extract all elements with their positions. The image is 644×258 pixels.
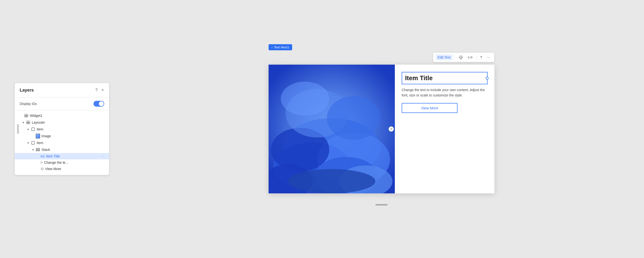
spacer	[36, 154, 40, 158]
toggle-knob	[99, 101, 104, 106]
edit-text-button[interactable]: Edit Text	[436, 54, 452, 60]
layer-item-layouter[interactable]: ▼ Layouter	[15, 119, 109, 126]
spacer	[31, 134, 35, 138]
layer-tree: Widget1 ▼ Layouter ▼ Item	[15, 110, 109, 175]
link-icon-button[interactable]	[466, 55, 474, 60]
layers-title: Layers	[20, 88, 34, 93]
image-icon	[36, 134, 40, 138]
display-ids-row: Display IDs	[15, 98, 109, 110]
layer-item-paragraph[interactable]: P Change the te...	[15, 159, 109, 166]
more-toolbar-button[interactable]: ···	[485, 54, 492, 60]
item-title: Item Title	[405, 74, 484, 82]
spacer	[36, 161, 40, 164]
selection-handle	[486, 77, 488, 80]
layer-item-stack[interactable]: ▼ Stack	[15, 146, 109, 153]
item1-label: Item	[37, 127, 105, 131]
svg-rect-10	[36, 148, 40, 149]
layer-item-image[interactable]: Image	[15, 133, 109, 140]
type-tag-p: P	[40, 161, 43, 164]
svg-marker-13	[459, 56, 462, 59]
item2-label: Item	[37, 141, 105, 145]
spacer	[36, 167, 40, 170]
svg-point-25	[281, 82, 329, 116]
display-ids-label: Display IDs	[20, 102, 37, 106]
view-more-button[interactable]: View More	[402, 103, 458, 113]
body-text: Change the text to include your own cont…	[402, 87, 488, 98]
display-ids-toggle[interactable]	[94, 101, 104, 107]
svg-point-24	[327, 96, 380, 140]
layers-header: Layers ? ×	[15, 83, 109, 98]
svg-rect-11	[36, 149, 40, 150]
svg-rect-5	[28, 121, 30, 122]
close-button[interactable]: ×	[101, 88, 104, 93]
toolbar-divider-1	[454, 55, 455, 60]
edit-toolbar: Edit Text ? ···	[433, 52, 494, 62]
box-icon	[31, 127, 35, 132]
stack-icon	[36, 148, 40, 152]
chevron-down-icon: ▼	[26, 141, 30, 144]
layer-item-widget1[interactable]: Widget1	[15, 112, 109, 119]
widget-icon	[24, 114, 28, 118]
stack-label: Stack	[42, 148, 105, 152]
title-selection-box[interactable]: Item Title	[402, 72, 488, 84]
chevron-down-icon: ▼	[31, 148, 35, 151]
layers-panel: Layers ? × Display IDs Widget1	[14, 83, 109, 175]
breadcrumb-label: Text #text1	[274, 46, 289, 49]
widget-image	[268, 64, 395, 194]
scroll-handle[interactable]	[376, 204, 388, 206]
chevron-down-icon: ▼	[22, 121, 25, 124]
svg-rect-1	[26, 114, 28, 116]
svg-point-22	[288, 169, 376, 194]
view-more-label: View More	[45, 167, 105, 171]
canvas-container: Edit Text ? ··· ‹ Text #text1	[268, 64, 494, 194]
select-icon-button[interactable]	[457, 54, 465, 60]
layer-item-view-more[interactable]: ⊖ View More	[15, 166, 109, 172]
spacer-icon	[20, 114, 23, 117]
type-tag-h2: H2	[40, 154, 45, 158]
layer-item-item2[interactable]: ▼ Item	[15, 140, 109, 146]
image-label: Image	[42, 134, 105, 138]
layouter-label: Layouter	[32, 120, 105, 124]
svg-rect-0	[24, 114, 26, 116]
svg-rect-3	[26, 116, 28, 117]
svg-rect-6	[26, 123, 28, 124]
toolbar-divider-2	[476, 55, 476, 60]
breadcrumb-arrow: ‹	[272, 46, 272, 49]
paragraph-label: Change the te...	[44, 160, 105, 164]
help-toolbar-button[interactable]: ?	[478, 54, 484, 60]
reset-icon[interactable]: ↺	[388, 126, 394, 132]
canvas-area: Edit Text ? ··· ‹ Text #text1	[119, 0, 644, 258]
svg-rect-12	[36, 150, 40, 151]
svg-rect-2	[24, 116, 26, 117]
layer-item-item-title[interactable]: H2 Item Title ···	[15, 153, 109, 159]
item-title-label: Item Title	[46, 154, 102, 158]
workspace: Layers ? × Display IDs Widget1	[0, 0, 644, 258]
svg-rect-7	[28, 123, 30, 124]
help-button[interactable]: ?	[95, 88, 98, 93]
type-tag-button: ⊖	[40, 167, 44, 171]
chevron-down-icon: ▼	[26, 128, 30, 131]
svg-rect-8	[32, 128, 34, 131]
svg-rect-9	[32, 142, 34, 144]
more-button[interactable]: ···	[101, 154, 105, 158]
layers-header-icons: ? ×	[95, 88, 104, 93]
left-resize-handle[interactable]	[17, 124, 19, 134]
widget-content: ↺ Item Title Change the text to include …	[268, 64, 494, 194]
box-icon	[31, 141, 35, 145]
widget-text-area: ↺ Item Title Change the text to include …	[395, 64, 494, 194]
breadcrumb[interactable]: ‹ Text #text1	[268, 44, 292, 50]
layer-item-item1[interactable]: ▼ Item	[15, 126, 109, 133]
svg-rect-4	[26, 121, 28, 122]
layouter-icon	[26, 120, 30, 125]
widget1-label: Widget1	[30, 114, 105, 118]
